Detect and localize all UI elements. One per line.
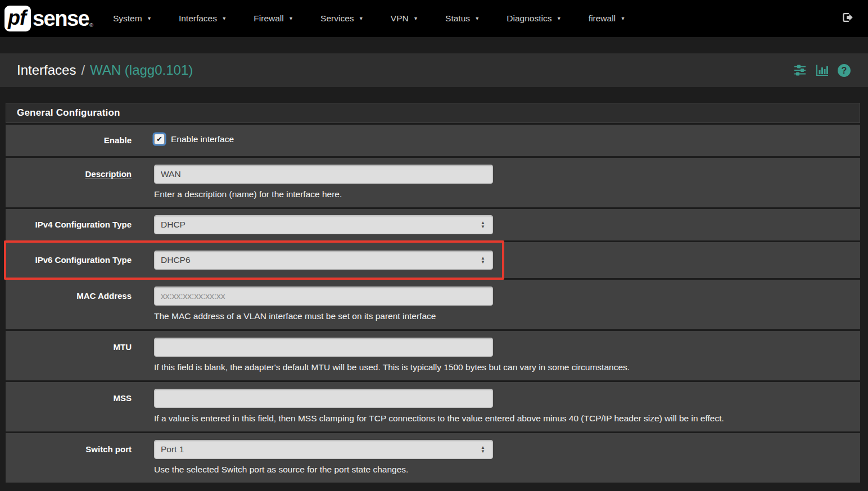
breadcrumb-separator: /	[81, 62, 85, 78]
select-arrows-icon	[481, 256, 485, 264]
registered-mark: ®	[89, 22, 93, 28]
mtu-label: MTU	[6, 338, 154, 372]
top-navbar: pf sense ® System ▾ Interfaces ▾ Firewal…	[0, 0, 868, 37]
chevron-down-icon: ▾	[558, 15, 560, 21]
sliders-icon[interactable]	[793, 63, 807, 77]
help-icon[interactable]: ?	[837, 63, 851, 78]
enable-interface-checkbox[interactable]	[154, 134, 165, 144]
mss-label: MSS	[6, 389, 154, 424]
mss-help-text: If a value is entered in this field, the…	[154, 413, 849, 424]
menu-item-label: Diagnostics	[507, 13, 551, 23]
mtu-help-text: If this field is blank, the adapter's de…	[154, 362, 849, 372]
select-arrows-icon	[481, 445, 485, 453]
switch-port-select[interactable]: Port 1	[154, 440, 493, 459]
main-menu: System ▾ Interfaces ▾ Firewall ▾ Service…	[99, 0, 639, 37]
menu-item-firewall[interactable]: Firewall ▾	[239, 0, 306, 37]
menu-item-label: Status	[445, 13, 470, 23]
menu-item-diagnostics[interactable]: Diagnostics ▾	[492, 0, 574, 37]
svg-text:?: ?	[842, 65, 847, 75]
menu-item-label: System	[113, 13, 142, 23]
chevron-down-icon: ▾	[621, 15, 624, 21]
mac-address-input[interactable]	[154, 287, 493, 306]
description-label: Description	[6, 165, 154, 199]
mss-input[interactable]	[154, 389, 493, 408]
breadcrumb-bar: Interfaces / WAN (lagg0.101)	[0, 53, 868, 87]
form-row-ipv4-type: IPv4 Configuration Type DHCP	[6, 209, 860, 240]
logout-button[interactable]	[840, 11, 853, 26]
header-action-icons: ?	[793, 63, 851, 78]
menu-item-label: Interfaces	[179, 13, 217, 23]
ipv4-type-selected-value: DHCP	[161, 220, 186, 230]
switch-port-label: Switch port	[6, 440, 154, 475]
menu-item-interfaces[interactable]: Interfaces ▾	[165, 0, 239, 37]
menu-item-label: firewall	[589, 13, 616, 23]
breadcrumb-section: Interfaces	[17, 62, 76, 78]
breadcrumb-current-page: WAN (lagg0.101)	[90, 62, 193, 78]
panel-title: General Configuration	[6, 103, 860, 123]
mac-address-label: MAC Address	[6, 287, 154, 321]
bar-chart-icon[interactable]	[815, 63, 829, 77]
pfsense-logo[interactable]: pf sense ®	[4, 6, 93, 31]
menu-item-status[interactable]: Status ▾	[431, 0, 492, 37]
switch-port-help-text: Use the selected Switch port as source f…	[154, 465, 849, 475]
chevron-down-icon: ▾	[290, 15, 292, 21]
ipv4-type-select[interactable]: DHCP	[154, 215, 493, 234]
menu-item-vpn[interactable]: VPN ▾	[377, 0, 431, 37]
form-row-enable: Enable Enable interface	[6, 125, 860, 156]
mtu-input[interactable]	[154, 338, 493, 357]
form-row-mtu: MTU If this field is blank, the adapter'…	[6, 331, 860, 380]
chevron-down-icon: ▾	[223, 15, 225, 21]
menu-item-label: Services	[320, 13, 354, 23]
form-row-switch-port: Switch port Port 1 Use the selected Swit…	[6, 433, 860, 483]
menu-item-services[interactable]: Services ▾	[306, 0, 377, 37]
chevron-down-icon: ▾	[476, 15, 478, 21]
chevron-down-icon: ▾	[414, 15, 417, 21]
description-help-text: Enter a description (name) for the inter…	[154, 189, 849, 199]
ipv6-type-selected-value: DHCP6	[161, 255, 191, 265]
sign-out-icon	[840, 11, 853, 26]
ipv6-type-select[interactable]: DHCP6	[154, 251, 493, 270]
form-row-mss: MSS If a value is entered in this field,…	[6, 382, 860, 431]
chevron-down-icon: ▾	[148, 15, 151, 21]
ipv6-type-label: IPv6 Configuration Type	[6, 251, 154, 270]
select-arrows-icon	[481, 221, 485, 229]
enable-interface-checkbox-label: Enable interface	[171, 134, 234, 144]
mac-address-help-text: The MAC address of a VLAN interface must…	[154, 311, 849, 321]
switch-port-selected-value: Port 1	[161, 444, 184, 454]
ipv4-type-label: IPv4 Configuration Type	[6, 215, 154, 234]
enable-label: Enable	[6, 134, 154, 147]
menu-item-label: VPN	[391, 13, 409, 23]
form-row-mac-address: MAC Address The MAC address of a VLAN in…	[6, 280, 860, 329]
menu-item-hostname-firewall[interactable]: firewall ▾	[575, 0, 639, 37]
form-row-description: Description Enter a description (name) f…	[6, 158, 860, 207]
menu-item-label: Firewall	[254, 13, 283, 23]
pfsense-logo-sense: sense	[33, 7, 89, 31]
form-row-ipv6-type: IPv6 Configuration Type DHCP6	[6, 242, 860, 278]
chevron-down-icon: ▾	[360, 15, 363, 21]
description-input[interactable]	[154, 165, 493, 184]
pfsense-logo-pf: pf	[4, 6, 31, 31]
menu-item-system[interactable]: System ▾	[99, 0, 165, 37]
general-configuration-panel: General Configuration Enable Enable inte…	[6, 103, 860, 483]
